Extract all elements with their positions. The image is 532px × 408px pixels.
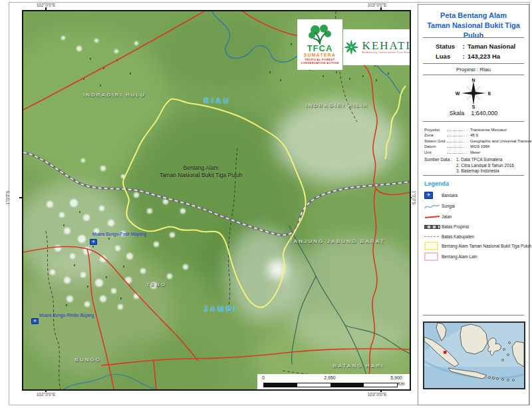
scale-tick-mid: 2,950 xyxy=(324,375,336,380)
data-source-item: 2. Citra Landsat 8 Tahun 2016 xyxy=(456,163,514,169)
status-row: Status : Taman Nasional xyxy=(436,41,526,51)
scale-unit: Km xyxy=(398,381,405,386)
proj-value: 48 S xyxy=(470,133,478,137)
compass-e: E xyxy=(488,91,491,96)
scale-tick-max: 5,900 xyxy=(390,375,402,380)
park-name-label: Bentang Alam Taman Nasional Bukit Tiga P… xyxy=(160,164,243,179)
map-title: Peta Bentang Alam Taman Nasional Bukit T… xyxy=(421,11,526,41)
tfca-logo-subtext: SUMATERA xyxy=(304,53,336,58)
district-label-indragiri-hulu: INDRAGIRI HULU xyxy=(83,92,146,98)
scale-text: Skala1:640,000 xyxy=(418,110,529,116)
legend-item-bentang-alam-lain: Bentang Alam Lain xyxy=(424,252,527,261)
divider xyxy=(423,63,524,64)
proj-label: Zona xyxy=(424,133,447,137)
coord-lat-right: 1°0'0"S xyxy=(412,190,416,204)
kehati-logo-subtext: Biodiversity Conservation Trust Fund xyxy=(362,51,410,55)
proj-value: WGS 1984 xyxy=(470,144,489,148)
scale-tick-0: 0 xyxy=(262,375,265,380)
tfca-logo-text: TFCA xyxy=(307,45,333,53)
district-label-batang-hari: BATANG HARI xyxy=(333,363,384,369)
satellite-basemap xyxy=(23,11,410,389)
divider xyxy=(423,37,524,38)
tfca-logo: TFCA SUMATERA TROPICAL FOREST CONSERVATI… xyxy=(297,19,342,70)
river-icon xyxy=(424,202,440,210)
compass-w: W xyxy=(456,91,460,96)
airplane-icon: ✈ xyxy=(427,192,431,197)
scale-value: 1:640,000 xyxy=(471,110,497,116)
compass-n: N xyxy=(471,78,475,83)
province-label-jambi: JAMBI xyxy=(203,305,238,313)
district-label-bungo: BUNGO xyxy=(74,357,101,363)
kehati-logo: KEHATI Biodiversity Conservation Trust F… xyxy=(343,29,410,65)
legend-label: Bentang Alam Lain xyxy=(442,254,477,259)
map-canvas: INDRAGIRI HULU RIAU INDRAGIRI HILIR TANJ… xyxy=(23,11,410,389)
legend-item-batas-propinsi: Batas Propinsi xyxy=(424,222,527,231)
province-line: Propinsi : Riau xyxy=(418,67,529,73)
park-name-line2: Taman Nasional Bukit Tiga Puluh xyxy=(160,172,243,179)
legend-item-batas-kabupaten: Batas Kabupaten xyxy=(424,232,527,241)
legend-label: Jalan xyxy=(442,214,452,219)
coord-top-left: 102°0'0"E xyxy=(37,3,56,7)
map-title-line1: Peta Bentang Alam xyxy=(421,11,526,21)
projection-row: Proyeksi:Transverse Mercator xyxy=(424,126,527,132)
district-boundary-icon xyxy=(424,236,439,237)
airplane-icon: ✈ xyxy=(33,319,37,323)
legend-item-sungai: Sungai xyxy=(424,202,527,210)
scale-bar-segments xyxy=(263,383,398,387)
map-frame: INDRAGIRI HULU RIAU INDRAGIRI HILIR TANJ… xyxy=(22,10,411,391)
other-area-icon xyxy=(424,252,438,261)
status-label: Status xyxy=(436,41,460,51)
projection-block: Proyeksi:Transverse Mercator Zona:48 S S… xyxy=(424,126,527,154)
info-panel: Peta Bentang Alam Taman Nasional Bukit T… xyxy=(418,4,529,405)
projection-row: Zona:48 S xyxy=(424,132,527,138)
divider xyxy=(423,121,524,122)
colon: : xyxy=(460,41,467,51)
coord-bottom-left: 102°0'0"E xyxy=(37,392,56,397)
projection-row: Unit:Meter xyxy=(424,148,527,154)
divider xyxy=(423,315,524,315)
compass-s: S xyxy=(472,104,475,108)
status-value: Taman Nasional xyxy=(467,41,515,51)
divider xyxy=(423,175,524,176)
proj-label: Sistem Grid xyxy=(424,139,447,143)
projection-row: Sistem Grid:Geographic and Universal Tra… xyxy=(424,137,527,143)
proj-value: Meter xyxy=(470,150,480,154)
airport-label: Muara Bungo-Pasir Mayang xyxy=(92,232,146,236)
area-value: 143,223 Ha xyxy=(467,51,500,61)
tfca-tree-icon xyxy=(307,25,332,45)
province-boundary-icon xyxy=(424,225,440,229)
indonesia-inset-map xyxy=(423,321,525,389)
data-source-block: Sumber Data : 1. Data TFCA Sumatera 2. C… xyxy=(424,157,527,174)
compass-rose: N S W E xyxy=(418,78,529,108)
area-label: Luas xyxy=(436,51,460,61)
district-label-tebo: TEBO xyxy=(146,282,166,288)
area-row: Luas : 143,223 Ha xyxy=(436,51,526,61)
coord-top-right: 103°0'0"E xyxy=(368,3,387,7)
park-name-line1: Bentang Alam xyxy=(160,164,243,172)
coord-lat-left: 1°0'0"S xyxy=(5,190,10,204)
data-source-label: Sumber Data : xyxy=(424,157,456,174)
proj-label: Datum xyxy=(424,144,447,148)
legend-label: Bandara xyxy=(442,193,458,198)
legend-label: Batas Propinsi xyxy=(442,224,469,229)
tfca-logo-tagline2: CONSERVATION ACTION xyxy=(301,61,338,65)
scale-bar: 0 2,950 5,900 Km xyxy=(257,374,410,389)
park-area-icon xyxy=(424,242,438,250)
road-icon xyxy=(424,214,440,220)
kehati-starburst-icon xyxy=(343,35,360,59)
airport-label: Muara Bungo-Rimbo Bujang xyxy=(39,313,94,317)
legend-item-bandara: ✈ Bandara xyxy=(424,191,527,200)
legend-item-bentang-alam-tnbt: Bentang Alam Taman Nasional Bukit Tiga P… xyxy=(424,242,527,250)
map-sheet: 102°0'0"E 103°0'0"E 102°0'0"E 103°0'0"E … xyxy=(0,0,532,408)
projection-row: Datum:WGS 1984 xyxy=(424,143,527,149)
data-source-item: 1. Data TFCA Sumatera xyxy=(456,157,514,163)
coord-bottom-right: 103°0'0"E xyxy=(368,392,387,397)
divider xyxy=(423,75,524,75)
district-label-tanjung-jabung-barat: TANJUNG JABUNG BARAT xyxy=(289,238,385,244)
legend-label: Sungai xyxy=(442,204,455,208)
location-marker xyxy=(444,351,447,354)
colon: : xyxy=(460,51,467,61)
legend-title: Legenda xyxy=(424,180,449,187)
airplane-icon: ✈ xyxy=(92,240,95,244)
airport-icon: ✈ xyxy=(424,192,433,199)
